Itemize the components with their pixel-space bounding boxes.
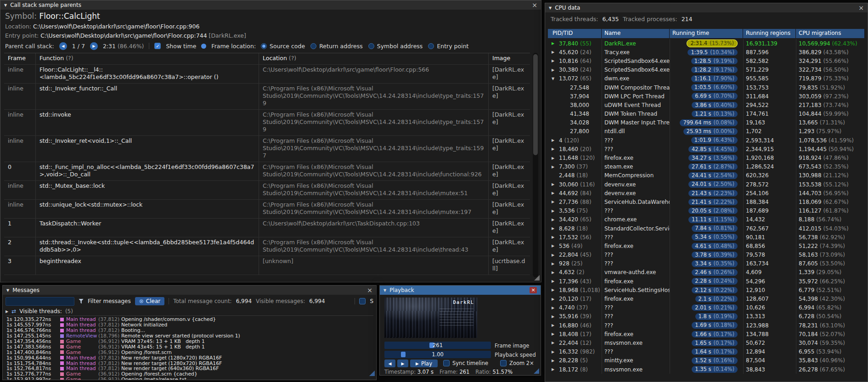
frame-location-option[interactable]: Return address (310, 43, 363, 50)
cpu-row[interactable]: ▶4(120)???1:01.9(6.43%)2,593,3141,078,53… (548, 136, 865, 145)
tree-expanded-icon[interactable]: ▼ (552, 77, 557, 81)
message-row[interactable]: 1s 150,994,644nsMain thread(37,812)New r… (3, 355, 376, 360)
callstack-row[interactable]: inlinestd::_Invoker_functor::_CallC:\Pro… (4, 84, 530, 110)
message-row[interactable]: 1s 146,576,766nsMain thread(37,812)Booti… (3, 328, 376, 333)
tree-collapsed-icon[interactable]: ▶ (552, 359, 557, 363)
message-row[interactable]: 1s 145,557,997nsMain thread(37,812)Netwo… (3, 322, 376, 328)
tree-collapsed-icon[interactable]: ▶ (552, 323, 557, 327)
callstack-row[interactable]: inlinestd::invokeC:\Program Files (x86)\… (4, 110, 530, 136)
cpu-row[interactable]: ▶27,736(88)ServiceHub.DataWarehouse21.41… (548, 197, 865, 206)
location-column-header[interactable]: Location (?) (259, 53, 488, 64)
cpu-row[interactable]: ▶28,228(5)mintty.exe1.52 s(0.16%)87,5043… (548, 356, 865, 365)
tree-collapsed-icon[interactable]: ▶ (552, 297, 557, 301)
clipped-checkbox[interactable] (359, 298, 366, 304)
sync-timeline-checkbox[interactable]: Sync timeline (443, 360, 488, 366)
collapsed-icon[interactable]: ▶ (6, 309, 8, 314)
close-icon[interactable]: × (858, 5, 864, 11)
message-row[interactable]: 1s 147,400,846nsGame(36,912)Opening /for… (3, 349, 376, 355)
tree-collapsed-icon[interactable]: ▶ (552, 138, 557, 142)
tree-collapsed-icon[interactable]: ▶ (552, 288, 557, 292)
frame-location-option[interactable]: Source code (261, 43, 305, 50)
next-stack-button[interactable]: ▶ (90, 42, 98, 50)
next-frame-button[interactable]: ▶ (397, 360, 408, 367)
frame-location-option[interactable]: Entry point (428, 43, 468, 50)
tree-collapsed-icon[interactable]: ▶ (552, 218, 557, 222)
cpu-row[interactable]: 2,448(18)MemCompression24.41 s(2.54%)620… (548, 171, 865, 180)
message-row[interactable]: 1s 152,776,777nsGame(36,912)Opening /for… (3, 371, 376, 377)
tree-collapsed-icon[interactable]: ▶ (552, 191, 557, 195)
tree-collapsed-icon[interactable]: ▶ (552, 156, 557, 160)
cpu-column-header[interactable]: Running regions (743, 29, 796, 38)
callstack-scrollbar[interactable] (533, 53, 538, 277)
cpu-row[interactable]: ▶3,536(75)???20.05 s(2.08%)187,689116,12… (548, 207, 865, 215)
frame-column-header[interactable]: Frame (4, 53, 35, 64)
callstack-row[interactable]: 0std::_Func_impl_no_alloc<<lambda_5bc224… (4, 162, 530, 181)
cpu-row[interactable]: 27,548DWM Compositor Thread1:03.5(6.60%)… (548, 83, 865, 92)
cpu-row[interactable]: ▶8,628(18)StandardCollector.Service.e7.8… (548, 224, 865, 233)
cpu-row[interactable]: ▶536(49)firefox.exe4.61 s(0.48%)68,85651… (548, 242, 865, 250)
cpu-row[interactable]: ▶17,532(56)???5.34 s(0.55%)90,18156,738 … (548, 233, 865, 242)
cpu-row[interactable]: ▶35,916(39)???1.8 s(0.19%)13,3136,728 (5… (548, 312, 865, 321)
cpu-row[interactable]: 27,800ntdll.dll25.93 ms(0.00%)1,7021,293… (548, 127, 865, 136)
radio-icon[interactable] (428, 43, 434, 49)
scrollbar-thumb[interactable] (533, 54, 538, 155)
cpu-row[interactable]: ▶22,404(12)msvsmon.exe1.65 s(0.17%)50,67… (548, 338, 865, 347)
tree-collapsed-icon[interactable]: ▶ (552, 332, 557, 336)
cpu-row[interactable]: ▶4,740(37)???2.01 s(0.21%)10,6266,994 (6… (548, 303, 865, 312)
frame-slider[interactable]: 261 (384, 342, 491, 349)
callstack-row[interactable]: 3beginthreadex[unknown][ucrtbase.dll] (4, 256, 530, 275)
checkbox-icon[interactable] (500, 360, 507, 366)
cpu-row[interactable]: ▶18,408(17)firefox.exe1.66 s(0.17%)134,7… (548, 330, 865, 338)
callstack-row[interactable]: 2std::thread::_Invoke<std::tuple<<lambda… (4, 237, 530, 256)
cpu-row[interactable]: ▶30,060(116)devenv.exe24.01 s(2.50%)278,… (548, 180, 865, 189)
cpu-row[interactable]: ▶37,840(55)DarkRL.exe2:31.4(15.73%)16,93… (548, 39, 865, 48)
filter-input[interactable] (6, 297, 74, 306)
cpu-row[interactable]: ▶10,816(64)ScriptedSandbox64.exe1:28.5(9… (548, 56, 865, 65)
close-icon[interactable]: × (530, 287, 537, 293)
tree-collapsed-icon[interactable]: ▶ (552, 209, 557, 213)
collapse-icon[interactable]: ▼ (383, 288, 386, 292)
tree-collapsed-icon[interactable]: ▶ (552, 306, 557, 310)
cpu-row[interactable]: ▶18,968(1,018)ServiceHub.SettingsHost.ex… (548, 286, 865, 294)
message-row[interactable]: 1s 147,255,145nsRemoteView(18,796)Remote… (3, 333, 376, 339)
cpu-row[interactable]: 38,000uDWM Event Thread3.86 s(0.40%)294,… (548, 101, 865, 109)
messages-titlebar[interactable]: ▼ Messages × (3, 286, 376, 295)
tree-collapsed-icon[interactable]: ▶ (552, 200, 557, 204)
radio-icon[interactable] (368, 43, 374, 49)
collapse-icon[interactable]: ▼ (4, 3, 7, 7)
cpu-row[interactable]: ▶17,396(43)firefox.exe2.28 s(0.24%)54,29… (548, 277, 865, 286)
frame-location-option[interactable]: Symbol address (368, 43, 423, 50)
resize-grip[interactable] (534, 275, 540, 281)
collapse-icon[interactable]: ▼ (549, 6, 552, 10)
tree-collapsed-icon[interactable]: ▶ (552, 41, 557, 45)
cpu-row[interactable]: ▶30,380(24)ScriptedSandbox64.exe1:28.2(9… (548, 66, 865, 74)
radio-icon[interactable] (261, 43, 267, 49)
callstack-row[interactable]: inlineFloor::CalcLight::__l4::<lambda_5b… (4, 65, 530, 84)
cpu-row[interactable]: ▶928(25)???3.34 s(0.35%)163,73487,605 (5… (548, 259, 865, 268)
cpu-column-header[interactable]: PID/TID (548, 29, 602, 38)
play-button[interactable]: ▶Play (410, 360, 438, 367)
prev-frame-button[interactable]: ◀ (384, 360, 395, 367)
tree-collapsed-icon[interactable]: ▶ (552, 182, 557, 186)
cpu-row[interactable]: ▶45,620(24)Tracy.exe1:39.5(10.34%)887,59… (548, 48, 865, 56)
callstack-titlebar[interactable]: ▼ Call stack sample parents × (0, 0, 541, 10)
resize-grip[interactable] (369, 371, 375, 376)
cpu-row[interactable]: 41,348DWM Token Thread1.21 s(0.13%)174,7… (548, 110, 865, 118)
collapse-icon[interactable]: ▼ (6, 288, 9, 292)
radio-icon[interactable] (310, 43, 316, 49)
checkbox-icon[interactable] (443, 360, 450, 366)
clear-button[interactable]: ⊗Clear (135, 297, 164, 305)
cpu-row[interactable]: ▶4,632(2)vmware-authd.exe2.46 s(0.26%)4,… (548, 268, 865, 277)
cpu-row[interactable]: ▶7,300(37)steam.exe27.61 s(2.87%)1,286,5… (548, 163, 865, 171)
tree-collapsed-icon[interactable]: ▶ (552, 244, 557, 248)
image-column-header[interactable]: Image (488, 53, 530, 64)
cpu-row[interactable]: ▶20,120(17)firefox.exe2.1 s(0.22%)128,60… (548, 294, 865, 303)
cpu-row[interactable]: ▶11,648(120)firefox.exe34.27 s(3.56%)1,9… (548, 153, 865, 162)
resize-grip[interactable] (534, 368, 539, 374)
tree-collapsed-icon[interactable]: ▶ (552, 350, 557, 354)
cpu-titlebar[interactable]: ▼ CPU data × (545, 3, 868, 12)
callstack-row[interactable]: inlinestd::_Invoker_ret<void,1>::_CallC:… (4, 136, 530, 162)
tree-collapsed-icon[interactable]: ▶ (552, 262, 557, 266)
cpu-column-header[interactable]: CPU migrations (796, 29, 865, 38)
tree-collapsed-icon[interactable]: ▶ (552, 147, 557, 151)
